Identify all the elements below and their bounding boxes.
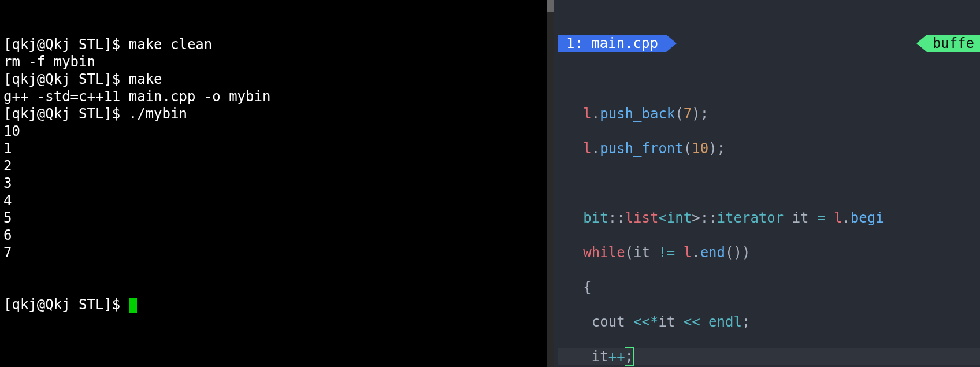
terminal-pane[interactable]: [qkj@Qkj STL]$ make cleanrm -f mybin[qkj… xyxy=(0,0,554,367)
editor-cursor: ; xyxy=(625,348,633,365)
code-line: cout <<*it << endl; xyxy=(558,313,980,331)
terminal-line: [qkj@Qkj STL]$ make xyxy=(3,71,554,88)
terminal-output: [qkj@Qkj STL]$ make cleanrm -f mybin[qkj… xyxy=(3,36,554,261)
tab-right-label: buffe xyxy=(933,35,974,52)
code-line: l.push_back(7); xyxy=(558,105,980,123)
terminal-line: [qkj@Qkj STL]$ ./mybin xyxy=(3,105,554,123)
editor-tabbar: 1: main.cpp buffe xyxy=(558,35,980,52)
terminal-line: [qkj@Qkj STL]$ make clean xyxy=(3,36,554,53)
code-line xyxy=(558,175,980,192)
code-line: { xyxy=(558,279,980,296)
terminal-line: 2 xyxy=(3,157,554,175)
terminal-prompt-line[interactable]: [qkj@Qkj STL]$ xyxy=(3,296,554,313)
terminal-line: 7 xyxy=(3,244,554,261)
terminal-line: 4 xyxy=(3,192,554,209)
terminal-line: 6 xyxy=(3,227,554,244)
editor-code-area[interactable]: l.push_back(7); l.push_front(10); bit::l… xyxy=(558,87,980,367)
code-line: l.push_front(10); xyxy=(558,140,980,157)
code-line-current: it++; xyxy=(558,348,980,365)
terminal-line: 10 xyxy=(3,123,554,140)
terminal-cursor xyxy=(129,298,137,313)
tab-label: 1: main.cpp xyxy=(566,35,658,52)
split-container: [qkj@Qkj STL]$ make cleanrm -f mybin[qkj… xyxy=(0,0,980,367)
terminal-line: 1 xyxy=(3,140,554,157)
editor-pane[interactable]: 1: main.cpp buffe l.push_back(7); l.push… xyxy=(554,0,980,367)
terminal-scrollbar-thumb[interactable] xyxy=(547,0,554,12)
tab-buffers[interactable]: buffe xyxy=(927,35,980,52)
tab-main-cpp[interactable]: 1: main.cpp xyxy=(558,35,666,52)
terminal-scrollbar[interactable] xyxy=(547,0,554,367)
code-line: while(it != l.end()) xyxy=(558,244,980,261)
terminal-prompt: [qkj@Qkj STL]$ xyxy=(3,296,129,313)
terminal-line: rm -f mybin xyxy=(3,53,554,71)
terminal-line: g++ -std=c++11 main.cpp -o mybin xyxy=(3,88,554,105)
terminal-line: 5 xyxy=(3,209,554,227)
code-line: bit::list<int>::iterator it = l.begi xyxy=(558,209,980,227)
terminal-line: 3 xyxy=(3,175,554,192)
